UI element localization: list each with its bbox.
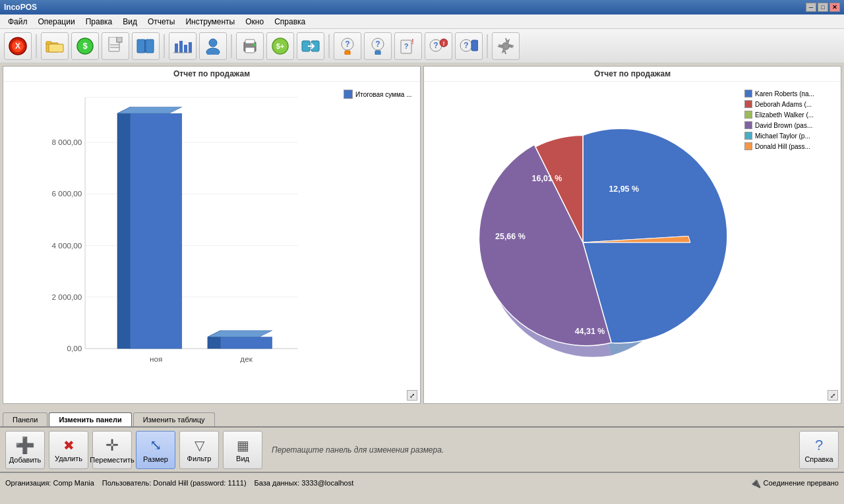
help-button[interactable]: ? Справка	[799, 431, 839, 469]
filter-button-label: Фильтр	[187, 455, 212, 462]
toolbar-settings-btn[interactable]	[492, 32, 520, 60]
toolbar-open-btn[interactable]	[41, 32, 69, 60]
tab-panels[interactable]: Панели	[3, 412, 47, 426]
toolbar-close-btn[interactable]: X	[4, 32, 32, 60]
menu-operations[interactable]: Операции	[33, 16, 80, 28]
svg-text:?: ?	[464, 41, 468, 50]
toolbar-sep-2	[164, 34, 165, 58]
svg-rect-19	[189, 42, 192, 53]
svg-rect-16	[175, 43, 178, 53]
svg-text:16,01 %: 16,01 %	[532, 174, 562, 183]
status-organization: Организация: Comp Mania	[5, 479, 102, 487]
pie-chart-svg-area: 44,31 % 25,66 % 16,01 % 12,95 %	[427, 84, 739, 401]
toolbar-help5-btn[interactable]: ?	[455, 32, 483, 60]
toolbar-person-btn[interactable]	[199, 32, 227, 60]
svg-point-21	[209, 39, 217, 47]
svg-marker-63	[117, 107, 131, 349]
svg-text:дек: дек	[240, 354, 253, 363]
window-controls: ─ □ ✕	[806, 3, 840, 12]
pie-legend-label-david: David Brown (pas...	[755, 122, 812, 129]
minimize-button[interactable]: ─	[806, 3, 816, 12]
svg-point-26	[253, 43, 256, 46]
view-button-label: Вид	[236, 455, 249, 462]
pie-chart-svg: 44,31 % 25,66 % 16,01 % 12,95 %	[435, 94, 731, 391]
menu-edit[interactable]: Правка	[80, 16, 118, 28]
toolbar-dollar-btn[interactable]: $+	[266, 32, 294, 60]
menu-help[interactable]: Справка	[269, 16, 311, 28]
pie-chart-legend: Karen Roberts (па... Deborah Adams (... …	[739, 84, 838, 401]
view-button[interactable]: ▦ Вид	[223, 431, 262, 469]
svg-text:25,66 %: 25,66 %	[495, 232, 526, 241]
tabs-bar: Панели Изменить панели Изменить таблицу	[0, 406, 844, 426]
pie-legend-color-michael	[744, 132, 752, 140]
toolbar-sep-3	[231, 34, 232, 58]
toolbar-help3-btn[interactable]: ? !	[394, 32, 422, 60]
move-button-label: Переместить	[90, 456, 134, 464]
toolbar-help1-btn[interactable]: ?	[334, 32, 361, 60]
pie-legend-color-donald	[744, 142, 752, 150]
svg-text:!: !	[443, 40, 445, 47]
svg-rect-10	[117, 37, 122, 42]
bar-chart-expand-btn[interactable]: ⤢	[407, 390, 417, 401]
svg-text:2 000,00: 2 000,00	[52, 293, 82, 301]
svg-rect-64	[131, 113, 182, 349]
toolbar-help4-btn[interactable]: ? !	[425, 32, 452, 60]
svg-text:X: X	[15, 42, 20, 51]
move-button[interactable]: ✛ Переместить	[92, 431, 132, 469]
add-button[interactable]: ➕ Добавить	[5, 431, 45, 469]
pie-legend-label-karen: Karen Roberts (па...	[755, 90, 814, 98]
title-bar: IncoPOS ─ □ ✕	[0, 0, 844, 14]
toolbar-book-btn[interactable]	[132, 32, 160, 60]
filter-button[interactable]: ▽ Фильтр	[179, 431, 219, 469]
maximize-button[interactable]: □	[818, 3, 828, 12]
toolbar-money-btn[interactable]: $	[71, 32, 99, 60]
svg-rect-17	[179, 41, 183, 53]
pie-chart-panel: Отчет по продажам	[423, 66, 841, 404]
svg-marker-65	[117, 107, 182, 113]
bar-chart-body: 0,00 2 000,00 4 000,00 6 000,00 8 000,00	[3, 82, 420, 403]
svg-text:?: ?	[375, 40, 380, 49]
menu-view[interactable]: Вид	[117, 16, 142, 28]
connection-icon: 🔌	[750, 478, 761, 488]
toolbar-transfer-btn[interactable]	[297, 32, 324, 60]
delete-button-label: Удалить	[55, 455, 82, 462]
svg-rect-18	[184, 45, 187, 53]
menu-tools[interactable]: Инструменты	[180, 16, 240, 28]
svg-point-49	[504, 44, 508, 48]
resize-button[interactable]: ⤡ Размер	[136, 431, 175, 469]
toolbar-doc-btn[interactable]	[102, 32, 129, 60]
menu-reports[interactable]: Отчеты	[142, 16, 180, 28]
status-connection: 🔌 Соединение прервано	[750, 478, 839, 488]
pie-chart-expand-btn[interactable]: ⤢	[828, 390, 838, 401]
delete-button[interactable]: ✖ Удалить	[49, 431, 88, 469]
menu-bar: Файл Операции Правка Вид Отчеты Инструме…	[0, 14, 844, 29]
svg-rect-67	[220, 337, 272, 349]
svg-rect-36	[375, 51, 380, 55]
pie-legend-elizabeth: Elizabeth Walker (...	[744, 111, 833, 119]
tab-edit-panels[interactable]: Изменить панели	[49, 412, 131, 426]
add-button-label: Добавить	[9, 456, 42, 464]
pie-legend-label-elizabeth: Elizabeth Walker (...	[755, 111, 814, 119]
close-button[interactable]: ✕	[829, 3, 840, 12]
menu-file[interactable]: Файл	[3, 16, 33, 28]
pie-legend-deborah: Deborah Adams (...	[744, 100, 833, 108]
tab-edit-table[interactable]: Изменить таблицу	[133, 412, 215, 426]
svg-text:?: ?	[345, 40, 349, 49]
filter-icon: ▽	[195, 437, 204, 453]
bar-legend-item-1: Итоговая сумма ...	[344, 90, 412, 99]
svg-rect-5	[49, 44, 63, 52]
toolbar-help2-btn[interactable]: ?	[364, 32, 392, 60]
pie-legend-color-david	[744, 121, 752, 129]
toolbar-chart-btn[interactable]	[169, 32, 196, 60]
pie-legend-label-donald: Donald Hill (pass...	[755, 143, 810, 150]
bar-legend-label-1: Итоговая сумма ...	[355, 91, 411, 98]
svg-text:12,95 %: 12,95 %	[609, 184, 639, 194]
svg-text:8 000,00: 8 000,00	[52, 138, 82, 146]
pie-chart-title: Отчет по продажам	[424, 67, 841, 82]
bar-chart-svg: 0,00 2 000,00 4 000,00 6 000,00 8 000,00	[45, 91, 305, 381]
menu-window[interactable]: Окно	[240, 16, 269, 28]
svg-text:0,00: 0,00	[67, 344, 82, 352]
toolbar-print-btn[interactable]	[236, 32, 264, 60]
help-icon: ?	[815, 437, 823, 454]
connection-text: Соединение прервано	[764, 479, 839, 487]
